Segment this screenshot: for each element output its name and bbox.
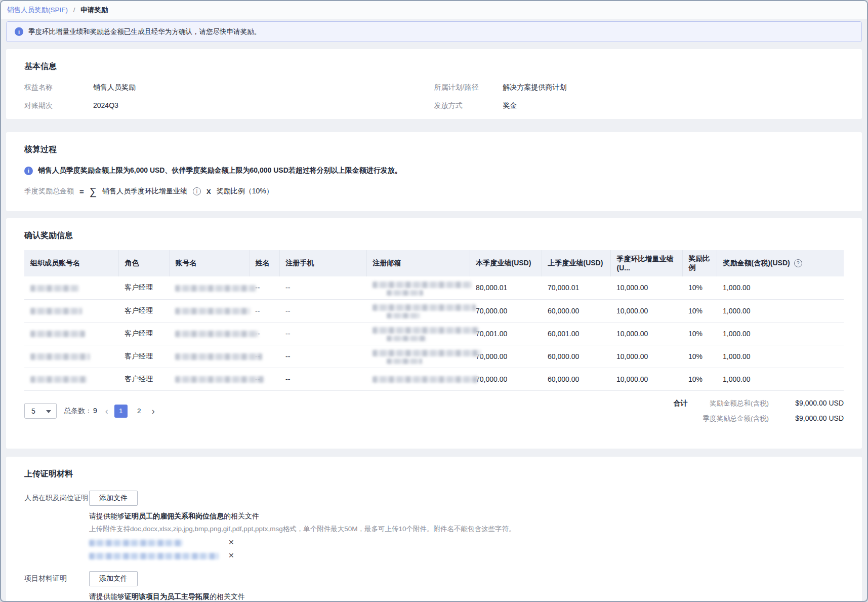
cell-last-quarter: 60,000.00: [542, 345, 610, 368]
redacted-email: [373, 327, 479, 334]
redacted-login: [175, 331, 258, 337]
cell-name: --: [249, 299, 279, 322]
calculation-notice: i 销售人员季度奖励金额上限为6,000 USD、伙伴季度奖励金额上限为60,0…: [24, 166, 844, 175]
cell-increment: 10,000.00: [610, 322, 682, 345]
upload-group-label: 人员在职及岗位证明: [24, 491, 89, 560]
add-file-button[interactable]: 添加文件: [89, 571, 138, 586]
redacted-email: [387, 313, 420, 318]
redacted-email: [387, 290, 423, 296]
field-label: 发放方式: [434, 100, 503, 110]
redacted-account: [30, 331, 85, 337]
field-benefit-name: 权益名称 销售人员奖励: [24, 82, 434, 92]
table-row: 客户经理 -- -- 70,000.00 60,000.00 10,000.00…: [24, 299, 844, 322]
col-header-increment: 季度环比增量业绩(U...: [610, 250, 682, 276]
calculation-notice-text: 销售人员季度奖励金额上限为6,000 USD、伙伴季度奖励金额上限为60,000…: [38, 166, 402, 175]
reward-table: 组织成员账号名 角色 账号名 姓名 注册手机 注册邮箱 本季度业绩(USD) 上…: [24, 250, 844, 391]
col-header-email: 注册邮箱: [366, 250, 470, 276]
cell-current-quarter: 70,000.00: [470, 299, 542, 322]
cell-phone: --: [279, 322, 366, 345]
table-row: 客户经理 -- -- 70,001.00 60,001.00 10,000.00…: [24, 322, 844, 345]
cell-current-quarter: 70,000.00: [470, 368, 542, 390]
col-header-account: 组织成员账号名: [24, 250, 118, 276]
upload-hint: 请提供能够证明员工的雇佣关系和岗位信息的相关文件: [89, 512, 844, 521]
page-button-1[interactable]: 1: [114, 405, 128, 418]
cell-phone: --: [279, 276, 366, 299]
upload-group-employment: 人员在职及岗位证明 添加文件 请提供能够证明员工的雇佣关系和岗位信息的相关文件 …: [24, 491, 844, 560]
attachment-item: ✕: [89, 551, 844, 560]
breadcrumb-current: 申请奖励: [80, 6, 108, 14]
multiply-sign: X: [206, 188, 211, 195]
info-icon: i: [24, 167, 33, 175]
cell-ratio: 10%: [682, 322, 717, 345]
cell-increment: 10,000.00: [610, 276, 682, 299]
summary-totals: 合计 奖励金额总和(含税) $9,000.00 USD 季度奖励总金额(含税) …: [674, 399, 844, 423]
cell-ratio: 10%: [682, 368, 717, 390]
summary-heading: 合计: [674, 399, 688, 408]
cell-role: 客户经理: [118, 322, 169, 345]
breadcrumb: 销售人员奖励(SPIF) / 申请奖励: [1, 1, 867, 19]
field-payment-method: 发放方式 奖金: [434, 100, 844, 110]
formula-lhs: 季度奖励总金额: [24, 187, 74, 196]
cell-increment: 10,000.00: [610, 345, 682, 368]
field-value: 销售人员奖励: [93, 82, 136, 92]
redacted-login: [175, 353, 262, 360]
page-size-value: 5: [31, 407, 35, 415]
redacted-attachment-name: [89, 553, 219, 559]
page-size-select[interactable]: 5: [24, 403, 57, 419]
help-icon[interactable]: ?: [794, 259, 802, 267]
field-value: 奖金: [503, 100, 517, 110]
redacted-account: [30, 285, 79, 292]
prev-page-icon[interactable]: ‹: [104, 407, 109, 416]
cell-phone: --: [279, 368, 366, 390]
cell-reward: 1,000.00: [717, 345, 844, 368]
confirm-reward-title: 确认奖励信息: [24, 230, 844, 241]
cell-last-quarter: 70,000.01: [542, 276, 610, 299]
breadcrumb-parent-link[interactable]: 销售人员奖励(SPIF): [7, 6, 68, 14]
add-file-button[interactable]: 添加文件: [89, 491, 138, 506]
redacted-account: [30, 353, 90, 360]
col-header-phone: 注册手机: [279, 250, 366, 276]
cell-reward: 1,000.00: [717, 276, 844, 299]
table-row: 客户经理 -- -- 70,000.00 60,000.00 10,000.00…: [24, 345, 844, 368]
pagination: 5 总条数：9 ‹ 1 2 ›: [24, 399, 156, 423]
close-icon[interactable]: ✕: [227, 551, 236, 559]
cell-role: 客户经理: [118, 368, 169, 390]
cell-ratio: 10%: [682, 276, 717, 299]
redacted-login: [175, 285, 256, 292]
formula-operand-performance: 销售人员季度环比增量业绩: [102, 187, 187, 196]
upload-title: 上传证明材料: [24, 469, 844, 479]
info-outline-icon[interactable]: i: [193, 187, 201, 195]
upload-group-project: 项目材料证明 添加文件 请提供能够证明该项目为员工主导拓展的相关文件 上传附件支…: [24, 571, 844, 602]
summary-row-value: $9,000.00 USD: [784, 399, 844, 407]
col-header-current-quarter: 本季度业绩(USD): [470, 250, 542, 276]
field-statement-period: 对账期次 2024Q3: [24, 100, 434, 110]
col-header-last-quarter: 上季度业绩(USD): [542, 250, 610, 276]
col-header-ratio: 奖励比例: [682, 250, 717, 276]
field-label: 权益名称: [24, 82, 93, 92]
cell-increment: 10,000.00: [610, 368, 682, 390]
cell-last-quarter: 60,001.00: [542, 322, 610, 345]
basic-info-card: 基本信息 权益名称 销售人员奖励 所属计划/路径 解决方案提供商计划 对账期次 …: [6, 49, 862, 119]
upload-hint: 请提供能够证明该项目为员工主导拓展的相关文件: [89, 592, 844, 601]
field-value: 解决方案提供商计划: [503, 82, 567, 92]
col-header-login: 账号名: [169, 250, 249, 276]
upload-group-label: 项目材料证明: [24, 571, 89, 602]
next-page-icon[interactable]: ›: [151, 407, 156, 416]
cell-ratio: 10%: [682, 299, 717, 322]
field-label: 对账期次: [24, 100, 93, 110]
table-header-row: 组织成员账号名 角色 账号名 姓名 注册手机 注册邮箱 本季度业绩(USD) 上…: [24, 250, 844, 276]
calculation-card: 核算过程 i 销售人员季度奖励金额上限为6,000 USD、伙伴季度奖励金额上限…: [6, 132, 862, 211]
table-row: 客户经理 -- -- 70,000.00 60,000.00 10,000.00…: [24, 368, 844, 390]
attachment-item: ✕: [89, 538, 844, 547]
col-header-name: 姓名: [249, 250, 279, 276]
total-count: 总条数：9: [64, 407, 97, 416]
close-icon[interactable]: ✕: [227, 538, 236, 546]
sigma-icon: ∑: [90, 186, 97, 196]
redacted-email: [373, 304, 476, 311]
breadcrumb-separator: /: [73, 6, 75, 14]
cell-reward: 1,000.00: [717, 322, 844, 345]
field-plan-path: 所属计划/路径 解决方案提供商计划: [434, 82, 844, 92]
field-value: 2024Q3: [93, 100, 118, 110]
page-button-2[interactable]: 2: [133, 405, 146, 418]
basic-info-title: 基本信息: [24, 61, 844, 72]
